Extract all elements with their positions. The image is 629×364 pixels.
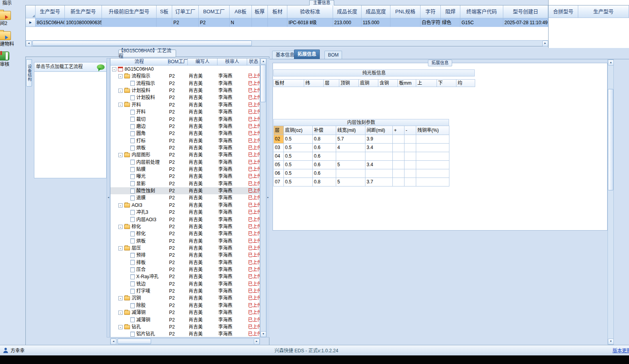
- column-header[interactable]: 终端客户代码: [460, 5, 503, 18]
- tree-column-header[interactable]: 核审人: [217, 59, 247, 66]
- tree-row[interactable]: 流程指示P2肖吉美李海燕已上传: [110, 80, 260, 87]
- left-splitter[interactable]: ◄: [107, 58, 110, 337]
- tree-row[interactable]: -层压P2肖吉美李海燕已上传: [110, 245, 260, 252]
- etch-cell[interactable]: 3.4: [365, 144, 393, 152]
- tree-row[interactable]: 铝片钻孔P2肖吉美李海燕已上传: [110, 330, 260, 337]
- column-header[interactable]: 板材: [268, 5, 287, 18]
- process-flow-title-tab[interactable]: 【8G15C06HA0】工艺流程: [118, 50, 176, 57]
- merge-column-header[interactable]: 生产型号: [578, 5, 629, 18]
- etch-cell[interactable]: 3.9: [365, 135, 393, 144]
- column-header[interactable]: 新生产型号: [65, 5, 102, 18]
- version-update-link[interactable]: 版本更新: [613, 348, 629, 353]
- etch-cell[interactable]: [404, 178, 416, 186]
- etch-row[interactable]: 020.50.85.73.9: [274, 135, 449, 144]
- scroll-up-button[interactable]: ▲: [608, 60, 614, 66]
- etch-cell[interactable]: [404, 144, 416, 152]
- column-header[interactable]: 验收标准: [287, 5, 333, 18]
- etch-cell[interactable]: 5.7: [336, 135, 365, 144]
- etch-row[interactable]: 060.50.6: [274, 169, 449, 178]
- merge-column-header[interactable]: 合拼型号: [549, 5, 578, 18]
- column-header[interactable]: S板: [157, 5, 172, 18]
- scroll-thumb[interactable]: [118, 339, 151, 344]
- tree-row[interactable]: 圆角P2肖吉美李海燕已上传: [110, 130, 260, 137]
- column-header[interactable]: 成品长度: [333, 5, 362, 18]
- etch-cell[interactable]: 0.5: [284, 152, 313, 161]
- etch-cell[interactable]: [393, 135, 404, 144]
- etch-cell[interactable]: [336, 169, 365, 178]
- tree-row[interactable]: 磨边P2肖吉美李海燕已上传: [110, 123, 260, 130]
- tree-row[interactable]: -计划投料P2肖吉美李海燕已上传: [110, 87, 260, 94]
- etch-cell[interactable]: 0.6: [313, 144, 336, 152]
- comment-bubble-icon[interactable]: [97, 64, 105, 70]
- etch-cell[interactable]: 0.8: [313, 178, 336, 186]
- etch-cell[interactable]: [416, 169, 449, 178]
- etch-cell[interactable]: 0.5: [284, 161, 313, 169]
- tree-row[interactable]: 裁切P2肖吉美李海燕已上传: [110, 116, 260, 123]
- etch-cell[interactable]: 0.5: [284, 178, 313, 186]
- tree-column-header[interactable]: 状态: [247, 59, 260, 66]
- tree-column-header[interactable]: BOM工厂: [168, 59, 188, 66]
- scroll-thumb[interactable]: [260, 65, 266, 102]
- column-header[interactable]: 阻焊: [441, 5, 460, 18]
- etch-cell[interactable]: 05: [274, 161, 284, 169]
- scroll-left-button[interactable]: ◄: [110, 339, 116, 344]
- tree-collapse-toggle[interactable]: -: [118, 296, 123, 300]
- etch-cell[interactable]: 04: [274, 152, 284, 161]
- tree-hscrollbar[interactable]: ◄ ►: [110, 338, 260, 344]
- tab-bom[interactable]: BOM: [324, 51, 342, 59]
- column-header[interactable]: 成品宽度: [362, 5, 390, 18]
- tree-row[interactable]: 压合P2肖吉美李海燕已上传: [110, 266, 260, 273]
- scroll-down-button[interactable]: ▼: [260, 331, 266, 337]
- tree-row[interactable]: 贴膜P2肖吉美李海燕已上传: [110, 166, 260, 173]
- etch-cell[interactable]: [404, 152, 416, 161]
- tree-row[interactable]: 预排P2肖吉美李海燕已上传: [110, 252, 260, 259]
- column-header[interactable]: PNL规格: [390, 5, 421, 18]
- tree-row[interactable]: 开料P2肖吉美李海燕已上传: [110, 108, 260, 115]
- etch-cell[interactable]: [365, 152, 393, 161]
- tree-collapse-toggle[interactable]: -: [118, 89, 123, 93]
- tree-collapse-toggle[interactable]: -: [118, 246, 123, 250]
- tree-row[interactable]: 显影P2肖吉美李海燕已上传: [110, 180, 260, 187]
- column-header[interactable]: 板厚: [252, 5, 268, 18]
- etch-cell[interactable]: 03: [274, 144, 284, 152]
- scroll-up-button[interactable]: ▲: [260, 59, 266, 64]
- etch-row[interactable]: 040.50.6: [274, 152, 449, 161]
- scroll-left-button[interactable]: ◄: [26, 41, 32, 46]
- tree-column-header[interactable]: 编写人: [188, 59, 217, 66]
- etch-cell[interactable]: 0.6: [313, 152, 336, 161]
- etch-cell[interactable]: [393, 144, 404, 152]
- etch-cell[interactable]: [404, 161, 416, 169]
- scroll-thumb[interactable]: [32, 41, 252, 46]
- top-grid-hscrollbar[interactable]: ◄ ►: [26, 40, 548, 46]
- scroll-thumb[interactable]: [608, 89, 613, 190]
- column-header[interactable]: AB板: [230, 5, 252, 18]
- tree-row[interactable]: -沉铜P2肖吉美李海燕已上传: [110, 295, 260, 302]
- tab-device-structure[interactable]: 设备结构: [26, 59, 32, 87]
- etch-cell[interactable]: [404, 135, 416, 144]
- tree-row[interactable]: -减薄铜P2肖吉美李海燕已上传: [110, 309, 260, 316]
- etch-cell[interactable]: 0.5: [284, 144, 313, 152]
- etch-cell[interactable]: [416, 178, 449, 186]
- tree-row[interactable]: 酸性蚀刻P2肖吉美李海燕已上传: [110, 187, 260, 194]
- tree-collapse-toggle[interactable]: -: [118, 225, 123, 229]
- scroll-down-button[interactable]: ▼: [608, 339, 614, 344]
- tree-row[interactable]: -棕化P2肖吉美李海燕已上传: [110, 223, 260, 230]
- scroll-right-button[interactable]: ►: [542, 41, 548, 46]
- tree-collapse-toggle[interactable]: -: [118, 325, 123, 329]
- etch-row[interactable]: 030.50.643.4: [274, 144, 449, 152]
- etch-cell[interactable]: 0.6: [313, 169, 336, 178]
- column-header[interactable]: 升级前旧生产型号: [102, 5, 157, 18]
- column-header[interactable]: 型号创建日: [503, 5, 548, 18]
- etch-cell[interactable]: 3.4: [365, 161, 393, 169]
- etch-cell[interactable]: 07: [274, 178, 284, 186]
- toolbar-item-instruction[interactable]: 指示: [2, 0, 12, 6]
- tree-row[interactable]: 内层AOI3P2肖吉美李海燕已上传: [110, 216, 260, 223]
- top-grid-data-row[interactable]: ▶8G15C06HA010010800090635P2P2NIPC-6018 Ⅱ…: [26, 18, 548, 27]
- etch-cell[interactable]: 0.5: [284, 169, 313, 178]
- tree-collapse-toggle[interactable]: -: [118, 153, 123, 157]
- etch-cell[interactable]: [404, 169, 416, 178]
- scroll-right-button[interactable]: ►: [254, 339, 260, 344]
- etch-cell[interactable]: 5: [336, 178, 365, 186]
- etch-cell[interactable]: 02: [274, 135, 284, 144]
- tree-row[interactable]: 铣边P2肖吉美李海燕已上传: [110, 281, 260, 288]
